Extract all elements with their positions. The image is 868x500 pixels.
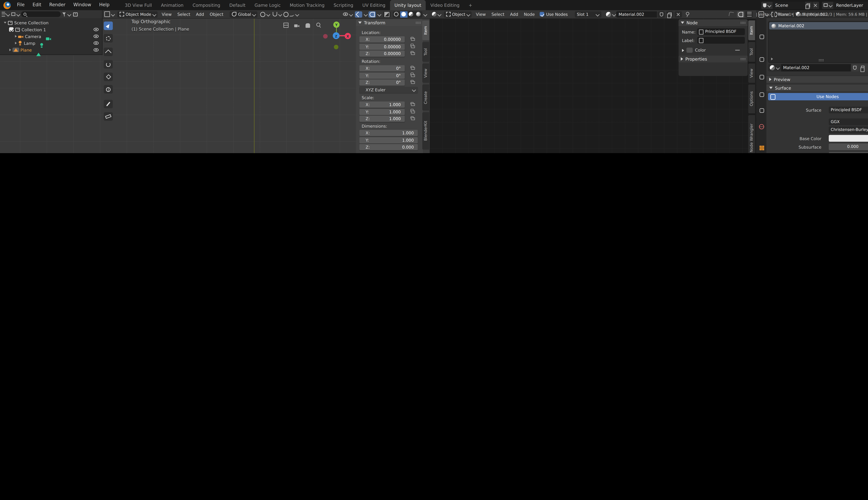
object-mode-dropdown[interactable]: Object Mode <box>117 11 158 18</box>
prop-field-subsurface-radius-0[interactable]: 1.000 <box>829 152 868 153</box>
workspace-tab-motion-tracking[interactable]: Motion Tracking <box>285 0 329 10</box>
editor-type-dropdown[interactable] <box>104 11 114 17</box>
outliner-filter-mode-dropdown[interactable] <box>11 12 19 16</box>
cursor-tool[interactable] <box>104 34 113 43</box>
sidebar-tab-view[interactable]: View <box>422 63 429 83</box>
scale-tool[interactable] <box>104 72 113 81</box>
lock-icon[interactable] <box>411 38 415 41</box>
lock-icon[interactable] <box>411 110 415 113</box>
sidebar-tab-item[interactable]: Item <box>422 21 429 40</box>
collapse-icon[interactable] <box>4 22 7 24</box>
transform-panel-header[interactable]: Transform <box>356 19 423 26</box>
snap-toggle[interactable] <box>273 12 282 16</box>
viewport-menu-add[interactable]: Add <box>193 12 207 17</box>
menu-help[interactable]: Help <box>95 0 113 10</box>
location-y-field[interactable]: Y:0.00000 <box>359 43 405 50</box>
lock-icon[interactable] <box>411 103 415 106</box>
shading-rendered-button[interactable] <box>415 11 422 18</box>
expand-icon[interactable] <box>9 49 11 51</box>
material-name-field[interactable]: Material.002 <box>781 64 850 71</box>
panel-grip[interactable] <box>415 22 421 24</box>
shading-material-preview-button[interactable] <box>407 11 414 18</box>
workspace-tab-animation[interactable]: Animation <box>157 0 188 10</box>
scale-z-field[interactable]: Z:1.000 <box>359 116 405 122</box>
surface-panel-header[interactable]: Surface <box>766 84 868 91</box>
transform-tool[interactable] <box>104 85 113 93</box>
scene-delete-button[interactable] <box>812 1 819 9</box>
outliner-item-plane[interactable]: Plane <box>0 46 102 53</box>
outliner-filter-icon[interactable] <box>62 12 70 16</box>
scale-x-field[interactable]: X:1.000 <box>359 101 405 107</box>
workspace-tab-unity-layout[interactable]: Unity layout <box>390 0 426 10</box>
perspective-switch-icon[interactable] <box>284 23 288 28</box>
scene-icon[interactable] <box>761 1 772 9</box>
gizmo-y-axis[interactable]: Y <box>333 22 340 28</box>
proportional-editing-toggle[interactable] <box>284 12 289 17</box>
menu-window[interactable]: Window <box>69 0 95 10</box>
unlink-material-button[interactable] <box>867 64 868 71</box>
material-slot-list[interactable]: Material.002 <box>768 21 868 63</box>
measure-tool[interactable] <box>104 112 113 121</box>
viewport-menu-select[interactable]: Select <box>174 12 193 17</box>
shading-wireframe-button[interactable] <box>392 11 400 18</box>
fake-user-shield-button[interactable] <box>658 11 665 18</box>
node-menu-view[interactable]: View <box>473 12 489 17</box>
prop-field-subsurface[interactable]: 0.000 <box>829 144 868 150</box>
prop-field-base-color[interactable] <box>829 135 868 141</box>
node-sidebar-tab-view[interactable]: View <box>748 63 755 83</box>
rotation-x-field[interactable]: X:0° <box>359 65 405 71</box>
add-workspace-button[interactable]: + <box>464 0 477 10</box>
shading-solid-button[interactable] <box>400 11 407 18</box>
copy-material-button[interactable] <box>666 11 674 18</box>
outliner-search-input[interactable] <box>21 11 61 17</box>
back-arrow-icon[interactable] <box>729 12 734 17</box>
panel-grip[interactable] <box>740 22 745 24</box>
zoom-icon[interactable] <box>316 23 320 27</box>
lock-icon[interactable] <box>411 117 415 120</box>
editor-options-button[interactable] <box>745 11 753 18</box>
rotation-y-field[interactable]: Y:0° <box>359 72 405 79</box>
node-sidebar-tab-options[interactable]: Options <box>748 85 755 113</box>
properties-tab-object[interactable] <box>757 144 766 152</box>
material-name-field[interactable]: Material.002 <box>616 11 657 18</box>
gizmo-y-negative[interactable] <box>334 45 338 49</box>
object-visibility-dropdown[interactable] <box>343 12 352 16</box>
properties-tab-view-layer[interactable] <box>757 91 766 99</box>
dimensions-z-field[interactable]: Z:0.000 <box>359 144 418 150</box>
node-menu-select[interactable]: Select <box>489 12 507 17</box>
scene-name-field[interactable]: Scene <box>772 1 804 9</box>
viewport-menu-object[interactable]: Object <box>207 12 226 17</box>
slot-list-expand-icon[interactable] <box>771 58 773 60</box>
workspace-tab-game-logic[interactable]: Game Logic <box>250 0 285 10</box>
workspace-tab-compositing[interactable]: Compositing <box>188 0 225 10</box>
select-box-tool[interactable] <box>104 22 113 30</box>
blender-logo-icon[interactable] <box>3 1 11 9</box>
rotate-tool[interactable] <box>104 60 113 69</box>
pan-icon[interactable] <box>306 23 310 28</box>
sidebar-tab-tool[interactable]: Tool <box>422 42 429 61</box>
dimensions-x-field[interactable]: X:1.000 <box>359 130 418 136</box>
new-collection-button[interactable] <box>73 12 77 16</box>
visibility-eye-icon[interactable] <box>94 35 99 38</box>
visibility-eye-icon[interactable] <box>94 41 99 45</box>
node-panel-header[interactable]: Node <box>678 19 748 26</box>
node-name-field[interactable]: Principled BSDF <box>697 28 745 35</box>
gizmo-z-axis[interactable]: Z <box>333 32 340 39</box>
rotation-mode-dropdown[interactable]: XYZ Euler <box>359 87 418 93</box>
lock-icon[interactable] <box>411 52 415 55</box>
snapping-toggle[interactable] <box>737 11 744 18</box>
prop-field-surface[interactable]: Principled BSDF <box>829 106 868 113</box>
node-sidebar-tab-tool[interactable]: Tool <box>748 42 755 61</box>
preview-panel-header[interactable]: Preview <box>766 75 868 83</box>
editor-type-dropdown[interactable] <box>432 12 441 16</box>
location-z-field[interactable]: Z:0.00000 <box>359 50 405 57</box>
shader-type-dropdown[interactable]: Object <box>444 11 472 18</box>
slot-list-grip[interactable] <box>819 59 824 61</box>
lock-icon[interactable] <box>411 74 415 77</box>
properties-tab-world[interactable] <box>757 122 766 130</box>
node-color-swatch[interactable] <box>686 48 693 53</box>
menu-edit[interactable]: Edit <box>28 0 45 10</box>
sidebar-tab-blenderkit[interactable]: BlenderKit <box>422 112 429 149</box>
transform-orientation-dropdown[interactable]: Global <box>230 11 258 18</box>
lock-icon[interactable] <box>411 67 415 70</box>
